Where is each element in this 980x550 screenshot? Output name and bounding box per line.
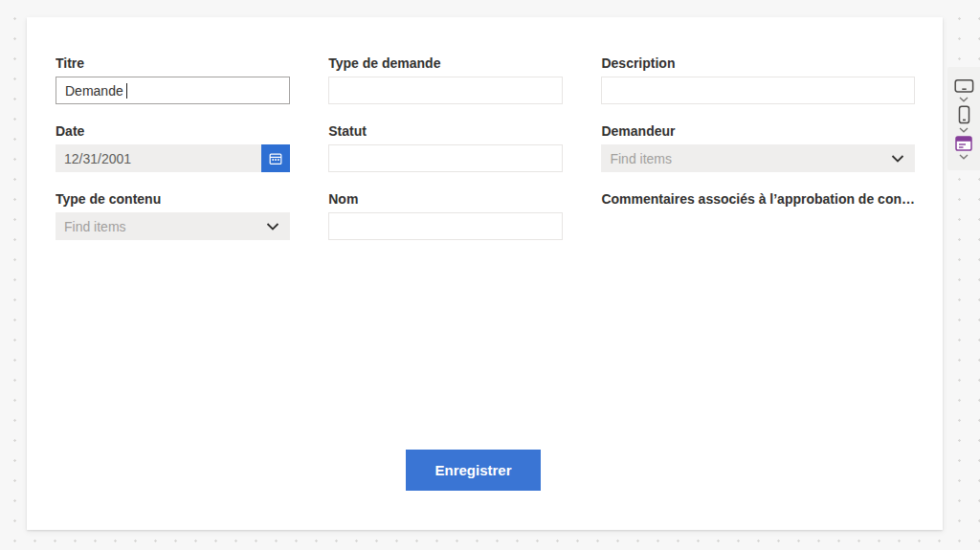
titre-input-value: Demande	[65, 83, 123, 99]
mobile-icon	[958, 105, 970, 124]
form-card: Titre Demande Type de demande Descriptio…	[27, 17, 943, 530]
field-label-titre: Titre	[56, 55, 290, 71]
field-group-date: Date 12/31/2001	[56, 123, 290, 172]
type-de-contenu-lookup[interactable]: Find items	[56, 212, 290, 240]
field-group-type-de-demande: Type de demande	[328, 55, 563, 104]
field-label-date: Date	[56, 123, 290, 139]
field-label-nom: Nom	[328, 191, 563, 207]
field-group-type-de-contenu: Type de contenu Find items	[56, 191, 290, 240]
field-label-commentaires: Commentaires associés à l’approbation de…	[601, 191, 915, 207]
field-group-demandeur: Demandeur Find items	[601, 123, 915, 172]
device-preview-strip	[947, 67, 980, 170]
field-group-nom: Nom	[328, 191, 563, 240]
type-de-contenu-placeholder: Find items	[56, 219, 266, 234]
demandeur-placeholder: Find items	[601, 151, 891, 166]
chevron-down-icon	[959, 97, 969, 102]
chevron-down-icon	[959, 127, 969, 133]
chevron-down-icon	[959, 154, 969, 160]
date-picker-button[interactable]	[261, 144, 290, 172]
field-group-titre: Titre Demande	[56, 55, 290, 104]
field-label-description: Description	[601, 55, 915, 71]
form-preview-button[interactable]	[955, 136, 972, 151]
description-input[interactable]	[601, 77, 915, 104]
field-label-type-de-demande: Type de demande	[328, 55, 563, 71]
date-field[interactable]: 12/31/2001	[56, 144, 290, 172]
type-de-demande-input[interactable]	[328, 77, 563, 104]
field-label-statut: Statut	[328, 123, 563, 139]
save-button[interactable]: Enregistrer	[406, 450, 541, 491]
chevron-down-icon	[891, 155, 904, 163]
statut-input[interactable]	[328, 144, 563, 172]
form-grid: Titre Demande Type de demande Descriptio…	[27, 17, 943, 240]
field-group-statut: Statut	[328, 123, 563, 172]
mobile-preview-expander[interactable]	[959, 127, 969, 133]
text-cursor	[126, 83, 127, 99]
chevron-down-icon	[266, 223, 279, 231]
desktop-preview-button[interactable]	[954, 78, 974, 94]
field-group-description: Description	[601, 55, 915, 104]
mobile-preview-button[interactable]	[958, 105, 970, 124]
field-group-commentaires: Commentaires associés à l’approbation de…	[601, 191, 915, 240]
form-preview-expander[interactable]	[959, 154, 969, 160]
titre-input[interactable]: Demande	[56, 77, 290, 104]
date-value: 12/31/2001	[56, 151, 261, 166]
demandeur-lookup[interactable]: Find items	[601, 144, 915, 172]
calendar-icon	[269, 152, 282, 165]
desktop-icon	[954, 78, 974, 94]
field-label-demandeur: Demandeur	[601, 123, 915, 139]
nom-input[interactable]	[328, 212, 563, 240]
form-icon	[955, 136, 972, 151]
field-label-type-de-contenu: Type de contenu	[56, 191, 290, 207]
designer-canvas: { "form": { "fields": [ { "label": "Titr…	[0, 0, 980, 550]
desktop-preview-expander[interactable]	[959, 97, 969, 102]
